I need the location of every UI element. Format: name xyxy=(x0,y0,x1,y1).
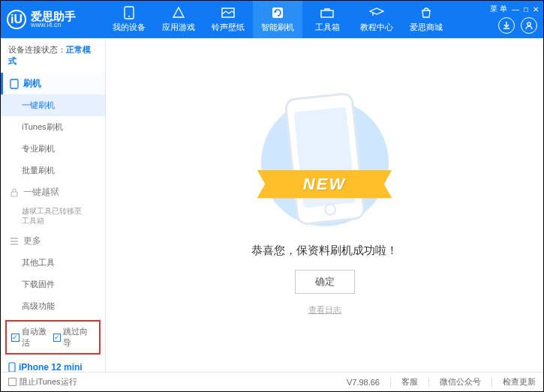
nav-toolbox[interactable]: 工具箱 xyxy=(302,1,352,38)
wechat-link[interactable]: 微信公众号 xyxy=(440,376,481,388)
app-domain: www.i4.cn xyxy=(31,22,76,28)
svg-rect-4 xyxy=(321,10,333,17)
connection-status: 设备连接状态：正常模式 xyxy=(1,38,105,73)
ok-button[interactable]: 确定 xyxy=(295,270,355,294)
svg-rect-6 xyxy=(11,79,18,88)
svg-point-1 xyxy=(128,16,130,17)
user-icon[interactable] xyxy=(521,17,537,34)
svg-rect-7 xyxy=(11,192,17,196)
app-header: iU 爱思助手 www.i4.cn 我的设备 应用游戏 铃声壁纸 智能刷机 xyxy=(1,1,543,38)
nav-ringtones[interactable]: 铃声壁纸 xyxy=(203,1,253,38)
flash-icon xyxy=(270,7,285,19)
new-ribbon: NEW xyxy=(257,170,392,199)
sidebar-item-batch-flash[interactable]: 批量刷机 xyxy=(1,160,105,181)
device-info[interactable]: iPhone 12 mini 64GB Down-12mini-13,1 xyxy=(1,358,105,372)
svg-rect-3 xyxy=(272,7,283,18)
sidebar-item-itunes-flash[interactable]: iTunes刷机 xyxy=(1,116,105,138)
sidebar-item-advanced[interactable]: 高级功能 xyxy=(1,295,105,317)
nav-apps[interactable]: 应用游戏 xyxy=(154,1,203,38)
success-message: 恭喜您，保资料刷机成功啦！ xyxy=(251,244,398,258)
section-more[interactable]: 更多 xyxy=(1,230,105,252)
view-log-link[interactable]: 查看日志 xyxy=(308,304,341,316)
checkbox-block-itunes[interactable] xyxy=(8,378,17,386)
logo: iU 爱思助手 www.i4.cn xyxy=(7,10,104,29)
app-name: 爱思助手 xyxy=(31,10,76,22)
svg-point-5 xyxy=(527,22,530,25)
main-content: NEW 恭喜您，保资料刷机成功啦！ 确定 查看日志 xyxy=(106,38,543,372)
menu-button[interactable]: 菜 单 xyxy=(490,4,507,14)
phone-small-icon xyxy=(10,79,19,89)
nav-tutorials[interactable]: 教程中心 xyxy=(352,1,401,38)
section-jailbreak[interactable]: 一键越狱 xyxy=(1,181,105,203)
section-flash[interactable]: 刷机 xyxy=(1,73,105,94)
success-illustration: NEW xyxy=(272,95,377,230)
sidebar-item-other-tools[interactable]: 其他工具 xyxy=(1,252,105,274)
top-nav: 我的设备 应用游戏 铃声壁纸 智能刷机 工具箱 教程中心 xyxy=(104,1,537,38)
apps-icon xyxy=(171,7,186,19)
device-icon xyxy=(8,362,16,372)
options-highlight-box: ✓自动激活 ✓跳过向导 xyxy=(5,320,101,355)
lock-icon xyxy=(10,188,19,197)
maximize-button[interactable]: □ xyxy=(524,5,528,13)
wallpaper-icon xyxy=(221,7,236,19)
block-itunes-label: 阻止iTunes运行 xyxy=(20,376,77,388)
jailbreak-note: 越狱工具已转移至工具箱 xyxy=(1,203,105,230)
sidebar-item-oneclick-flash[interactable]: 一键刷机 xyxy=(1,94,105,116)
sidebar-item-download-fw[interactable]: 下载固件 xyxy=(1,274,105,295)
version-label: V7.98.66 xyxy=(347,378,380,387)
sidebar: 设备连接状态：正常模式 刷机 一键刷机 iTunes刷机 专业刷机 批量刷机 一… xyxy=(1,38,106,372)
nav-store[interactable]: 爱思商城 xyxy=(401,1,451,38)
phone-icon xyxy=(122,7,137,19)
nav-flash[interactable]: 智能刷机 xyxy=(253,1,302,38)
more-icon xyxy=(10,238,19,245)
minimize-button[interactable]: — xyxy=(512,5,519,13)
checkbox-skip-wizard[interactable]: ✓跳过向导 xyxy=(53,326,95,349)
support-link[interactable]: 客服 xyxy=(401,376,418,388)
window-controls: 菜 单 — □ ✕ xyxy=(490,4,539,14)
checkbox-auto-activate[interactable]: ✓自动激活 xyxy=(11,326,53,349)
tutorial-icon xyxy=(369,7,384,19)
download-icon[interactable] xyxy=(498,17,515,34)
logo-icon: iU xyxy=(7,10,26,29)
svg-rect-8 xyxy=(9,363,15,372)
footer: 阻止iTunes运行 V7.98.66 客服 微信公众号 检查更新 xyxy=(1,372,543,391)
nav-my-device[interactable]: 我的设备 xyxy=(104,1,154,38)
toolbox-icon xyxy=(320,7,335,19)
store-icon xyxy=(419,7,434,19)
sidebar-item-pro-flash[interactable]: 专业刷机 xyxy=(1,138,105,160)
close-button[interactable]: ✕ xyxy=(533,5,539,13)
update-link[interactable]: 检查更新 xyxy=(503,376,536,388)
